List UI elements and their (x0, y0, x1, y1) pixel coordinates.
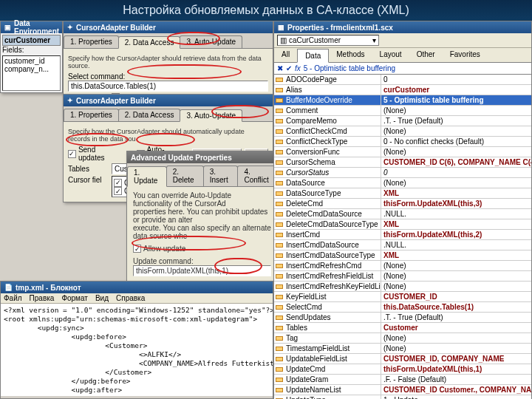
property-value[interactable]: Customer (381, 323, 531, 332)
property-value[interactable]: (None) (381, 147, 531, 157)
property-row[interactable]: AliascurCustomer (274, 85, 531, 95)
property-row[interactable]: SelectCmdthis.DataSource.Tables(1) (274, 302, 531, 313)
property-value[interactable]: thisForm.UpdateXML(this,1) (381, 364, 531, 374)
property-value[interactable]: CUSTOMER_ID C(6), COMPANY_NAME C(40) (381, 157, 531, 167)
property-row[interactable]: CompareMemo.T. - True (Default) (274, 116, 531, 126)
property-row[interactable]: InsertCmdRefreshKeyFieldList(None) (274, 282, 531, 292)
property-value[interactable]: (None) (381, 178, 531, 188)
property-value[interactable]: XML (381, 188, 531, 198)
property-row[interactable]: ConversionFunc(None) (274, 147, 531, 157)
property-row[interactable]: SendUpdates.T. - True (Default) (274, 313, 531, 323)
property-row[interactable]: InsertCmdthisForm.UpdateXML(this,2) (274, 230, 531, 240)
property-row[interactable]: TimestampFieldList(None) (274, 344, 531, 354)
property-value[interactable]: .NULL. (381, 209, 531, 219)
cancel-icon[interactable]: ✖ (277, 64, 283, 72)
field-item[interactable]: customer_id (4, 57, 58, 65)
tab-delete[interactable]: 2. Delete (166, 166, 204, 186)
property-row[interactable]: KeyFieldListCUSTOMER_ID (274, 292, 531, 302)
menu-help[interactable]: Справка (116, 294, 145, 302)
property-row[interactable]: UpdateGram.F. - False (Default) (274, 375, 531, 385)
property-row[interactable]: Comment(None) (274, 106, 531, 116)
notepad-content[interactable]: <?xml version = "1.0" encoding="Windows-… (1, 304, 273, 396)
update-cmd-input[interactable]: thisForm.UpdateXML(this,1) (133, 265, 271, 276)
tab-auto-update[interactable]: 3. Auto-Update (180, 109, 242, 122)
property-value[interactable]: (None) (381, 106, 531, 115)
property-value[interactable]: (None) (381, 333, 531, 343)
menu-format[interactable]: Формат (61, 294, 88, 302)
tab-data-access[interactable]: 2. Data Access (118, 36, 181, 49)
property-value[interactable]: .T. - True (Default) (381, 116, 531, 126)
property-row[interactable]: ConflictCheckCmd(None) (274, 126, 531, 137)
property-row[interactable]: DeleteCmdDataSourceTypeXML (274, 219, 531, 230)
property-row[interactable]: Tag(None) (274, 333, 531, 344)
property-value[interactable]: 0 (381, 75, 531, 84)
tab-insert[interactable]: 3. Insert (203, 166, 239, 186)
select-cmd-input[interactable]: this.DataSource.Tables(1) (68, 81, 268, 92)
property-row[interactable]: ConflictCheckType0 - No conflict checks … (274, 137, 531, 147)
property-value[interactable]: this.DataSource.Tables(1) (381, 302, 531, 312)
property-value[interactable]: .NULL. (381, 240, 531, 250)
property-value[interactable]: (None) (381, 271, 531, 281)
svg-rect-41 (276, 285, 282, 288)
fields-list[interactable]: customer_id company_n... (2, 55, 61, 91)
property-row[interactable]: CursorStatus0 (274, 168, 531, 178)
property-value[interactable]: XML (381, 250, 531, 260)
property-value[interactable]: (None) (381, 282, 531, 291)
tab-other[interactable]: Other (409, 48, 443, 62)
tab-update[interactable]: 1. Update (127, 166, 167, 187)
property-row[interactable]: InsertCmdDataSourceTypeXML (274, 250, 531, 261)
property-value[interactable]: .F. - False (Default) (381, 375, 531, 384)
property-row[interactable]: UpdatableFieldListCUSTOMER_ID, COMPANY_N… (274, 354, 531, 364)
menu-view[interactable]: Вид (95, 294, 109, 302)
property-value[interactable]: 0 (381, 168, 531, 177)
property-value[interactable]: (None) (381, 126, 531, 136)
property-row[interactable]: UpdateType1 - Update (274, 395, 531, 399)
property-row[interactable]: ADOCodePage0 (274, 75, 531, 85)
property-row[interactable]: DataSourceTypeXML (274, 188, 531, 199)
property-value-editor[interactable]: ✖ ✔ fx 5 - Optimistic table buffering (274, 63, 531, 75)
object-selector[interactable]: ▥caCurCustomer▾ (277, 35, 379, 46)
property-row[interactable]: DataSource(None) (274, 178, 531, 188)
property-value[interactable]: 1 - Update (381, 395, 531, 399)
allow-update-checkbox[interactable]: ✓Allow update (133, 245, 185, 253)
tab-layout[interactable]: Layout (372, 48, 409, 62)
property-row[interactable]: InsertCmdDataSource.NULL. (274, 240, 531, 250)
property-value[interactable]: .T. - True (Default) (381, 313, 531, 322)
property-row[interactable]: CursorSchemaCUSTOMER_ID C(6), COMPANY_NA… (274, 157, 531, 168)
property-value[interactable]: CUSTOMER_ID (381, 292, 531, 301)
property-value[interactable]: thisForm.UpdateXML(this,3) (381, 199, 531, 208)
property-value[interactable]: 5 - Optimistic table buffering (381, 95, 531, 105)
property-row[interactable]: UpdateCmdthisForm.UpdateXML(this,1) (274, 364, 531, 375)
property-value[interactable]: CUSTOMER_ID, COMPANY_NAME (381, 354, 531, 364)
property-value[interactable]: CUSTOMER_ID Customer., COMPANY_NAME Cust… (381, 385, 531, 395)
property-row[interactable]: BufferModeOverride5 - Optimistic table b… (274, 95, 531, 106)
property-row[interactable]: UpdateNameListCUSTOMER_ID Customer., COM… (274, 385, 531, 395)
property-row[interactable]: DeleteCmdthisForm.UpdateXML(this,3) (274, 199, 531, 209)
property-row[interactable]: DeleteCmdDataSource.NULL. (274, 209, 531, 219)
menu-file[interactable]: Файл (4, 294, 22, 302)
field-item[interactable]: company_n... (4, 65, 58, 73)
tab-methods[interactable]: Methods (329, 48, 372, 62)
property-value[interactable]: curCustomer (381, 85, 531, 95)
property-value[interactable]: (None) (381, 344, 531, 353)
tab-auto-update[interactable]: 3. Auto-Update (180, 35, 242, 48)
property-row[interactable]: TablesCustomer (274, 323, 531, 333)
accept-icon[interactable]: ✔ (286, 64, 292, 72)
fx-icon[interactable]: fx (295, 64, 301, 72)
tab-conflict[interactable]: 4. Conflict (237, 166, 278, 186)
tab-all[interactable]: All (274, 48, 297, 62)
menu-edit[interactable]: Правка (30, 294, 55, 302)
tab-data[interactable]: Data (297, 49, 329, 63)
property-value[interactable]: XML (381, 219, 531, 229)
property-row[interactable]: InsertCmdRefreshCmd(None) (274, 261, 531, 271)
tab-properties[interactable]: 1. Properties (64, 35, 119, 48)
property-value[interactable]: 0 - No conflict checks (Default) (381, 137, 531, 146)
property-value[interactable]: (None) (381, 261, 531, 270)
property-value[interactable]: thisForm.UpdateXML(this,2) (381, 230, 531, 239)
tab-properties[interactable]: 1. Properties (64, 109, 119, 121)
tab-data-access[interactable]: 2. Data Access (118, 109, 181, 121)
property-grid[interactable]: ADOCodePage0AliascurCustomerBufferModeOv… (274, 75, 531, 399)
send-updates-checkbox[interactable]: ✓Send updates (68, 146, 123, 162)
tab-favorites[interactable]: Favorites (443, 48, 488, 62)
property-row[interactable]: InsertCmdRefreshFieldList(None) (274, 271, 531, 282)
